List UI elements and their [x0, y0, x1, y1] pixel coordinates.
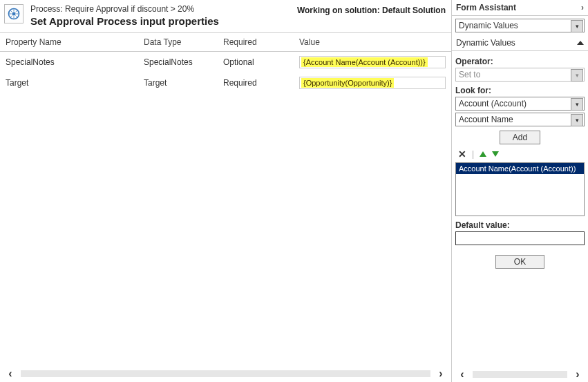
scroll-right-icon[interactable]: › — [570, 368, 585, 381]
dropdown-icon[interactable]: ▾ — [571, 98, 583, 111]
dynamic-values-section-header[interactable]: Dynamic Values — [452, 35, 588, 50]
move-up-icon[interactable] — [480, 151, 486, 157]
cell-required: Optional — [218, 57, 294, 67]
assistant-section-select[interactable]: Dynamic Values▾ — [455, 19, 585, 32]
solution-line: Working on solution: Default Solution — [297, 4, 446, 15]
cell-property: SpecialNotes — [0, 57, 138, 67]
properties-table-header: Property Name Data Type Required Value — [0, 32, 451, 52]
table-row: SpecialNotes SpecialNotes Optional {Acco… — [0, 52, 451, 73]
horizontal-scrollbar[interactable]: ‹ › — [452, 367, 588, 382]
svg-point-1 — [12, 12, 16, 16]
operator-select[interactable]: Set to▾ — [455, 68, 585, 82]
process-icon — [4, 4, 23, 23]
horizontal-scrollbar[interactable]: ‹ › — [0, 365, 451, 382]
add-button[interactable]: Add — [500, 131, 540, 144]
cell-property: Target — [0, 78, 138, 88]
chevron-right-icon[interactable]: › — [581, 3, 584, 12]
default-value-input[interactable] — [455, 231, 585, 245]
dropdown-icon[interactable]: ▾ — [571, 20, 583, 32]
scroll-left-icon[interactable]: ‹ — [3, 367, 18, 380]
col-property-name: Property Name — [0, 33, 138, 51]
cell-datatype: SpecialNotes — [138, 57, 218, 67]
separator: | — [472, 149, 474, 159]
lookfor-label: Look for: — [455, 86, 585, 95]
form-assistant-title: Form Assistant — [456, 3, 516, 12]
col-value: Value — [294, 33, 451, 51]
process-line: Process: Require Approval if discount > … — [30, 4, 297, 14]
col-data-type: Data Type — [138, 33, 218, 51]
cell-required: Required — [218, 78, 294, 88]
value-token[interactable]: {Account Name(Account (Account))} — [301, 57, 428, 67]
scroll-right-icon[interactable]: › — [433, 367, 448, 380]
list-item[interactable]: Account Name(Account (Account)) — [456, 163, 584, 174]
cell-datatype: Target — [138, 78, 218, 88]
dropdown-icon[interactable]: ▾ — [571, 69, 583, 82]
value-input[interactable]: {Opportunity(Opportunity)} — [299, 77, 446, 89]
lookfor-attribute-select[interactable]: Account Name▾ — [455, 113, 585, 126]
collapse-up-icon[interactable] — [577, 41, 584, 45]
ok-button[interactable]: OK — [495, 255, 544, 269]
value-input[interactable]: {Account Name(Account (Account))} — [299, 56, 446, 68]
lookfor-entity-select[interactable]: Account (Account)▾ — [455, 97, 585, 111]
dropdown-icon[interactable]: ▾ — [571, 114, 583, 126]
move-down-icon[interactable] — [492, 151, 499, 157]
scroll-track[interactable] — [21, 370, 430, 377]
col-required: Required — [218, 33, 294, 51]
scroll-left-icon[interactable]: ‹ — [455, 368, 470, 381]
form-assistant-header[interactable]: Form Assistant › — [452, 0, 588, 16]
tokens-listbox[interactable]: Account Name(Account (Account)) — [455, 162, 585, 216]
scroll-track[interactable] — [473, 371, 567, 378]
value-token[interactable]: {Opportunity(Opportunity)} — [301, 78, 394, 88]
operator-label: Operator: — [455, 57, 585, 66]
page-title: Set Approval Process input properties — [30, 15, 297, 27]
dynamic-values-label: Dynamic Values — [456, 38, 515, 48]
table-row: Target Target Required {Opportunity(Oppo… — [0, 73, 451, 93]
delete-icon[interactable]: ✕ — [458, 149, 466, 160]
default-value-label: Default value: — [455, 220, 585, 230]
